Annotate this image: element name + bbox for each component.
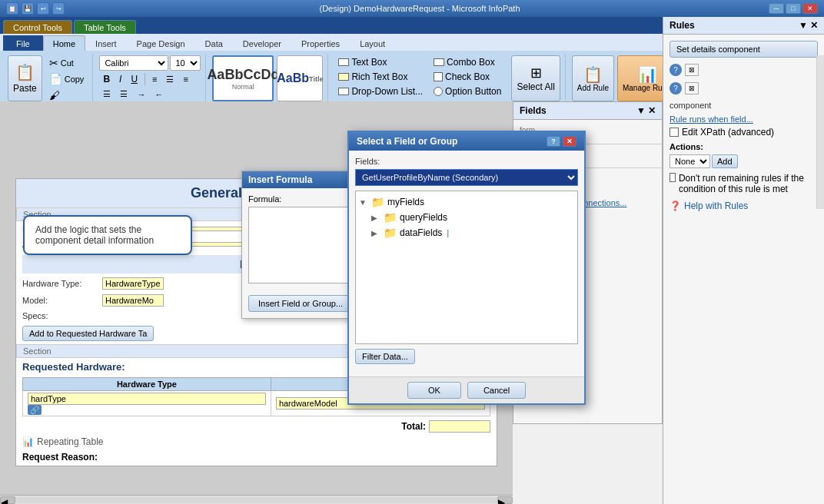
quick-access-save[interactable]: 💾 [22, 2, 34, 15]
tree-children: ▶ 📁 queryFields ▶ 📁 dataFields | [371, 210, 574, 240]
title-style-button[interactable]: AaBb Title [277, 55, 323, 101]
data-fields-label: dataFields [400, 227, 442, 238]
tab-layout[interactable]: Layout [350, 35, 395, 51]
tab-insert[interactable]: Insert [85, 35, 127, 51]
repeating-table-icon: 📊 [22, 436, 34, 447]
window-title: (Design) DemoHardwareRequest - Microsoft… [71, 4, 769, 13]
check-box-button[interactable]: Check Box [430, 70, 505, 84]
tab-page-design[interactable]: Page Design [127, 35, 195, 51]
hardware-type-input[interactable] [102, 277, 164, 290]
select-all-button[interactable]: ⊞ Select All [511, 55, 560, 101]
format-painter-button[interactable]: 🖌 [45, 88, 88, 103]
tab-home[interactable]: Home [43, 35, 85, 51]
query-toggle: ▶ [371, 214, 380, 222]
cut-icon: ✂ [49, 57, 58, 69]
text-box-button[interactable]: Text Box [334, 55, 427, 69]
rules-expand-icon-1[interactable]: ⊠ [685, 64, 699, 76]
rules-help-link[interactable]: ❓ Help with Rules [670, 201, 818, 211]
paste-button[interactable]: 📋 Paste [8, 55, 42, 101]
rules-scrollbar[interactable] [816, 55, 824, 209]
rules-xpath-row: Edit XPath (advanced) [670, 127, 818, 138]
tree-data-fields[interactable]: ▶ 📁 dataFields | [371, 225, 574, 240]
rules-panel-controls: ▼ ✕ [799, 20, 818, 31]
rules-add-row: None Add [670, 154, 818, 168]
combo-box-button[interactable]: Combo Box [430, 55, 505, 69]
select-field-title-text: Select a Field or Group [357, 136, 457, 147]
fields-panel-close-icon[interactable]: ✕ [648, 105, 656, 116]
runs-when-link[interactable]: Rule runs when field... [670, 114, 818, 124]
cut-button[interactable]: ✂ Cut [45, 55, 88, 71]
paste-icon: 📋 [15, 63, 35, 81]
quick-access-undo[interactable]: ↩ [37, 2, 49, 15]
scroll-right-button[interactable]: ▶ [497, 496, 513, 504]
datasource-select[interactable]: GetUserProfileByName (Secondary) [355, 169, 578, 186]
sfd-help-button[interactable]: ? [547, 136, 560, 147]
underline-button[interactable]: U [127, 72, 141, 86]
indent-button[interactable]: → [133, 88, 149, 101]
align-left-button[interactable]: ≡ [148, 73, 161, 85]
rules-panel-menu-icon[interactable]: ▼ [799, 20, 808, 31]
close-button[interactable]: ✕ [802, 3, 818, 14]
numbered-list-button[interactable]: ☰ [116, 88, 131, 101]
repeating-table-row: 📊 Repeating Table [16, 435, 497, 449]
rules-add-button[interactable]: Add [712, 154, 738, 168]
tree-query-fields[interactable]: ▶ 📁 queryFields [371, 210, 574, 225]
restore-button[interactable]: □ [786, 3, 801, 14]
rich-text-box-button[interactable]: Rich Text Box [334, 70, 427, 84]
tab-data[interactable]: Data [195, 35, 233, 51]
align-right-button[interactable]: ≡ [179, 73, 191, 85]
sfd-cancel-button[interactable]: Cancel [467, 382, 526, 399]
bold-button[interactable]: B [99, 72, 114, 86]
fields-panel-menu-icon[interactable]: ▼ [636, 105, 646, 116]
root-toggle: ▼ [359, 198, 368, 207]
horizontal-scrollbar[interactable]: ◀ ▶ [0, 495, 513, 504]
tab-developer[interactable]: Developer [233, 35, 291, 51]
tab-table-tools[interactable]: Table Tools [74, 20, 136, 34]
sfd-close-button[interactable]: ✕ [563, 136, 576, 147]
normal-style-button[interactable]: AaBbCcDd Normal [212, 55, 274, 101]
rules-dont-run-label: Don't run remaining rules if the conditi… [679, 173, 818, 194]
clipboard-group-content: 📋 Paste ✂ Cut 📄 Copy 🖌 [8, 55, 88, 104]
outdent-button[interactable]: ← [151, 88, 167, 101]
rules-help-icon-2[interactable]: ? [670, 82, 682, 94]
tab-file[interactable]: File [3, 35, 43, 51]
option-button-label: Option Button [445, 86, 501, 97]
insert-field-group-button[interactable]: Insert Field or Group... [248, 295, 353, 312]
filter-data-button[interactable]: Filter Data... [355, 349, 415, 364]
rules-none-select[interactable]: None [670, 154, 710, 168]
bullet-list-button[interactable]: ☰ [99, 88, 115, 101]
set-details-button[interactable]: Set details component [670, 41, 818, 58]
copy-button[interactable]: 📄 Copy [45, 71, 88, 87]
rules-dont-run-checkbox[interactable] [670, 173, 676, 182]
root-folder-icon: 📁 [371, 196, 384, 208]
add-to-table-button[interactable]: Add to Requested Hardware Ta [22, 326, 154, 341]
align-center-button[interactable]: ☰ [162, 73, 178, 86]
rules-panel-close-icon[interactable]: ✕ [810, 20, 818, 31]
tab-properties[interactable]: Properties [291, 35, 350, 51]
scroll-left-button[interactable]: ◀ [0, 496, 15, 504]
hard-type-input[interactable] [28, 393, 266, 405]
rules-group-content: 📋 Add Rule 📊 Manage Rules [572, 55, 678, 104]
add-rule-button[interactable]: 📋 Add Rule [572, 55, 614, 101]
rules-panel-header: Rules ▼ ✕ [663, 17, 824, 35]
rules-help-icon-1[interactable]: ? [670, 64, 682, 76]
font-name-select[interactable]: Calibri [99, 55, 168, 71]
rich-text-box-icon [338, 73, 349, 81]
tab-control-tools[interactable]: Control Tools [3, 20, 72, 34]
tree-root[interactable]: ▼ 📁 myFields [359, 194, 574, 210]
model-input[interactable] [102, 294, 164, 307]
quick-access-redo[interactable]: ↪ [52, 2, 65, 15]
rules-expand-icon-2[interactable]: ⊠ [685, 82, 699, 94]
total-input[interactable] [429, 420, 490, 433]
hard-type-cell: 🔗 [23, 391, 271, 416]
option-button-button[interactable]: Option Button [430, 85, 505, 98]
callout-box: Add the logic that sets the component de… [23, 215, 192, 255]
italic-button[interactable]: I [115, 72, 125, 86]
select-field-dialog-title: Select a Field or Group ? ✕ [349, 132, 584, 151]
sfd-ok-button[interactable]: OK [407, 382, 461, 399]
rules-xpath-checkbox[interactable] [670, 128, 679, 137]
minimize-button[interactable]: ─ [769, 3, 784, 14]
drop-down-list-button[interactable]: Drop-Down List... [334, 85, 427, 98]
model-label: Model: [22, 296, 99, 305]
font-size-select[interactable]: 10 [170, 55, 201, 71]
